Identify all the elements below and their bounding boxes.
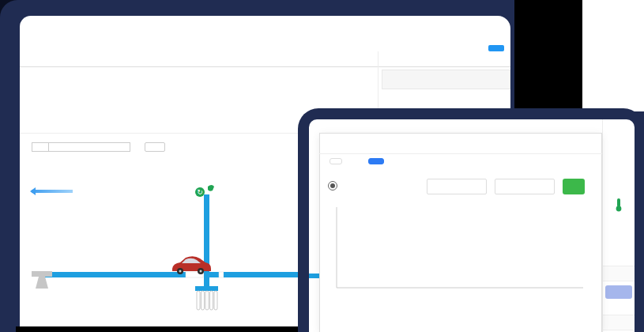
deck-gap [219,272,224,277]
section-select-row [32,142,165,152]
vibration-chart [322,204,601,296]
compare-analysis-header [603,266,635,281]
pile-cap [195,286,218,291]
temperature-legend-item[interactable] [605,198,632,213]
compare-analysis-button[interactable] [605,285,632,299]
radio-last-two-months[interactable] [328,181,337,191]
modal-title [319,133,602,154]
main-tab-bar [20,46,510,67]
tab-monitor-playback[interactable] [368,158,384,164]
start-time-input[interactable] [427,179,487,194]
bridge-tower [204,194,209,288]
thermometer-icon [614,198,623,212]
bridge-deck-left [45,272,186,277]
bridge-pier [32,271,52,289]
black-screen-region [514,0,582,111]
tab-realtime-curve[interactable] [330,158,342,164]
pile-group [197,291,217,310]
range-radio-row [328,181,342,191]
bridge-deck-mid [208,272,219,277]
rotate-icon: ↻ [197,188,203,196]
screenshot-stage: { "back_window": { "title": "芜湖长江大桥", "t… [0,0,644,332]
end-time-input[interactable] [495,179,555,194]
alarm-point-list-header [603,315,635,330]
video-monitor-button[interactable] [488,45,504,51]
section-select-dropdown[interactable] [49,142,130,152]
zoom-section-button[interactable] [145,142,165,152]
anemometer-icon [208,185,214,191]
query-button[interactable] [563,179,585,194]
white-screen-region [582,0,644,111]
deck-sliver [309,274,319,278]
measure-point-legend-header [382,70,510,89]
section-select-label [32,142,49,152]
right-panel-divider [602,119,603,332]
black-crop-strip [16,326,298,332]
